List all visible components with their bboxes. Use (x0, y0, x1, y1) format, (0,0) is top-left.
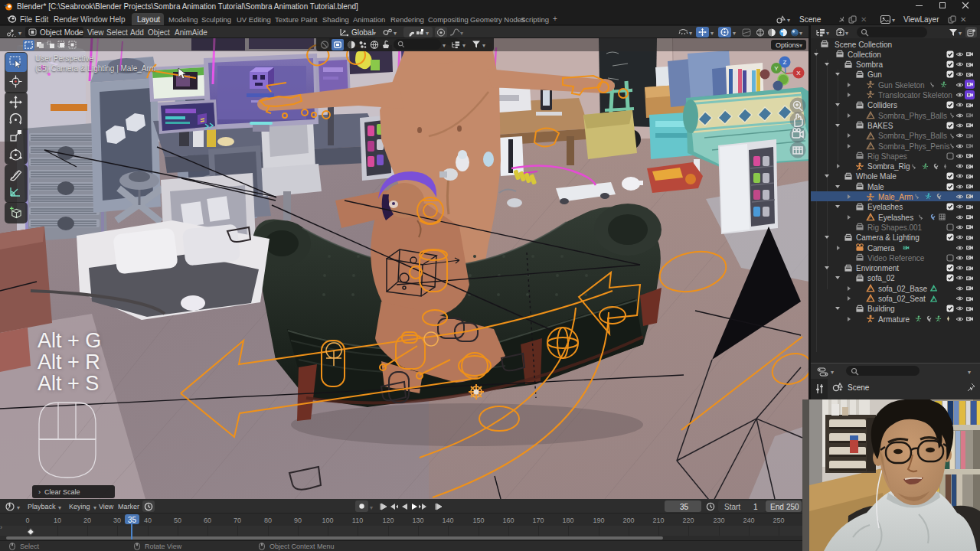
svg-text:Z: Z (783, 59, 787, 66)
svg-text:X: X (796, 70, 801, 77)
svg-text:Y: Y (774, 65, 779, 72)
